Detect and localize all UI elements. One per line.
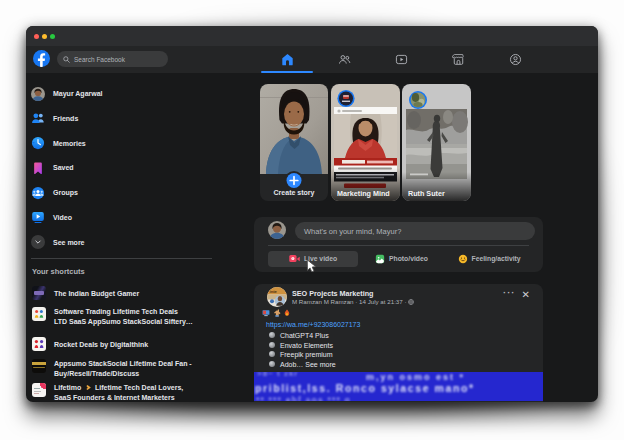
svg-text:Marketing Mind: Marketing Mind xyxy=(337,189,390,198)
svg-text:Create story: Create story xyxy=(274,189,315,197)
svg-text:inte: inte xyxy=(270,289,278,294)
svg-text:Ruth Suter: Ruth Suter xyxy=(408,189,445,198)
